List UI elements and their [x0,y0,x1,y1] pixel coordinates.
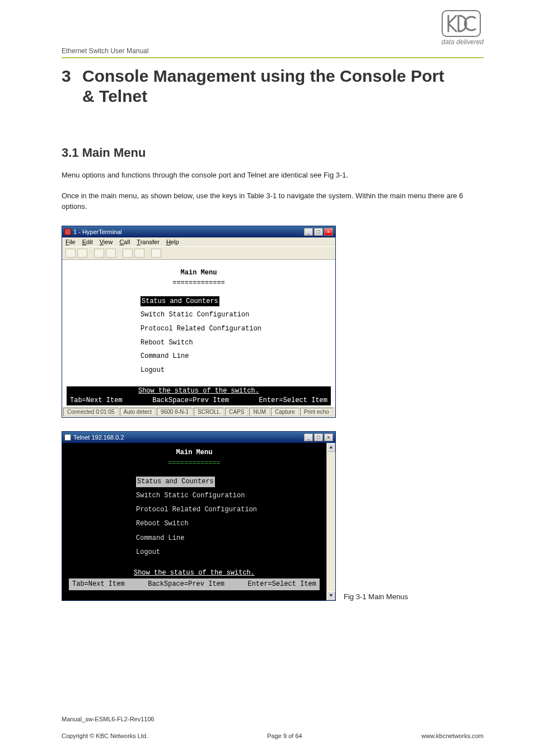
status-caps: CAPS [225,408,248,416]
scrollbar[interactable]: ▲ ▼ [326,443,335,601]
body-paragraph-1: Menu options and functions through the c… [62,170,484,181]
menu-bar: File Edit View Call Transfer Help [62,237,335,246]
toolbar-properties-icon[interactable] [151,249,161,258]
menu-item-static[interactable]: Switch Static Configuration [140,310,324,320]
status-bar: Connected 0:01:05 Auto detect 9600 8-N-1… [62,407,335,417]
status-connected: Connected 0:01:05 [63,408,119,416]
toolbar-open-icon[interactable] [77,249,87,258]
toolbar-new-icon[interactable] [65,249,76,258]
window-titlebar: 1 - HyperTerminal _ □ × [62,226,335,237]
status-line-description: Show the status of the switch. [69,568,320,578]
menu-item-reboot[interactable]: Reboot Switch [136,519,320,529]
window-title: 1 - HyperTerminal [73,228,122,235]
menu-item-protocol[interactable]: Protocol Related Configuration [136,505,320,515]
status-baud: 9600 8-N-1 [157,408,193,416]
maximize-button[interactable]: □ [314,228,323,236]
nav-hint-bar: Tab=Next Item BackSpace=Prev Item Enter=… [67,395,331,405]
section-title: 3.1 Main Menu [62,146,484,160]
toolbar-connect-icon[interactable] [94,249,104,258]
close-button[interactable]: × [324,433,333,441]
status-line-description: Show the status of the switch. [67,386,331,395]
menu-call[interactable]: Call [119,239,130,245]
status-num: NUM [249,408,270,416]
window-titlebar: Telnet 192.168.0.2 _ □ × [62,432,335,443]
menu-help[interactable]: Help [166,239,179,245]
brand-logo: data delivered [442,10,484,46]
minimize-button[interactable]: _ [304,433,313,441]
menu-item-logout[interactable]: Logout [136,547,320,558]
hint-enter: Enter=Select Item [259,396,327,404]
footer-url: www.kbcnetworks.com [421,732,484,739]
scroll-up-icon[interactable]: ▲ [327,443,335,452]
menu-view[interactable]: View [100,239,113,245]
page-footer: Manual_sw-ESML6-FL2-Rev1106 Copyright © … [62,716,484,739]
menu-item-static[interactable]: Switch Static Configuration [136,491,320,501]
toolbar-send-icon[interactable] [123,249,133,258]
terminal-area: Main Menu ============= Status and Count… [62,443,326,601]
status-scroll: SCROLL [194,408,224,416]
terminal-title-separator: ============= [69,458,320,469]
hint-tab: Tab=Next Item [72,579,125,590]
status-echo: Print echo [300,408,333,416]
app-icon [64,434,71,441]
app-icon [64,228,71,235]
figure-caption: Fig 3-1 Main Menus [344,592,408,601]
menu-item-logout[interactable]: Logout [140,365,324,376]
hyperterminal-screenshot: 1 - HyperTerminal _ □ × File Edit View C… [62,226,336,418]
brand-tagline: data delivered [442,38,484,46]
menu-item-command[interactable]: Command Line [136,533,320,544]
terminal-area: Main Menu ============= Status and Count… [67,263,331,386]
menu-item-status[interactable]: Status and Counters [140,296,219,307]
hint-backspace: BackSpace=Prev Item [148,579,224,590]
nav-hint-bar: Tab=Next Item BackSpace=Prev Item Enter=… [69,578,320,590]
toolbar-disconnect-icon[interactable] [106,249,116,258]
menu-edit[interactable]: Edit [82,239,93,245]
maximize-button[interactable]: □ [314,433,323,441]
window-title: Telnet 192.168.0.2 [73,434,124,441]
toolbar-receive-icon[interactable] [134,249,144,258]
menu-item-protocol[interactable]: Protocol Related Configuration [140,324,324,334]
hint-enter: Enter=Select Item [248,579,316,590]
terminal-title-separator: ============= [73,278,324,288]
status-autodetect: Auto detect [120,408,156,416]
terminal-title: Main Menu [69,447,320,458]
menu-item-status[interactable]: Status and Counters [136,477,215,487]
status-capture: Capture [271,408,299,416]
menu-transfer[interactable]: Transfer [137,239,160,245]
hint-tab: Tab=Next Item [70,396,123,404]
chapter-text: Console Management using the Console Por… [82,66,452,106]
telnet-screenshot: Telnet 192.168.0.2 _ □ × Main Menu =====… [62,431,336,601]
footer-copyright: Copyright © KBC Networks Ltd. [62,732,148,739]
minimize-button[interactable]: _ [304,228,313,236]
terminal-title: Main Menu [73,268,324,278]
hint-backspace: BackSpace=Prev Item [123,396,259,404]
footer-page: Page 9 of 64 [267,732,302,739]
menu-item-reboot[interactable]: Reboot Switch [140,338,324,348]
chapter-title: 3 Console Management using the Console P… [62,66,484,106]
kbc-logo-icon [442,10,481,37]
doc-header: Ethernet Switch User Manual [62,47,484,58]
toolbar [62,246,335,260]
chapter-number: 3 [62,66,71,86]
scroll-down-icon[interactable]: ▼ [327,591,335,600]
body-paragraph-2: Once in the main menu, as shown below, u… [62,191,484,212]
close-button[interactable]: × [324,228,333,236]
footer-manual-id: Manual_sw-ESML6-FL2-Rev1106 [62,716,484,722]
menu-file[interactable]: File [65,239,76,245]
menu-item-command[interactable]: Command Line [140,351,324,362]
